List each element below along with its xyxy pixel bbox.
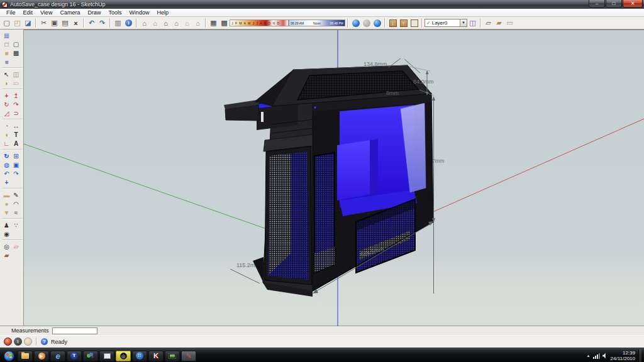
titlebar[interactable]: AutoSave_case design 16 - SketchUp – □ ✕ <box>0 0 644 9</box>
orbit-icon[interactable]: ↻ <box>2 151 11 160</box>
cut-icon[interactable]: ✂ <box>38 18 49 28</box>
geolocation-icon[interactable] <box>4 337 12 346</box>
start-button[interactable] <box>4 351 14 361</box>
make-component-icon[interactable]: ◫ <box>11 70 21 79</box>
model-canvas[interactable]: 115.2mm 529.7mm <box>24 30 644 326</box>
paste-icon[interactable]: ▤ <box>60 18 70 28</box>
hidden-icons-button[interactable]: ▲ <box>587 354 591 358</box>
get-models-icon[interactable]: ↓ <box>387 18 398 28</box>
volume-icon[interactable] <box>602 353 608 359</box>
next-icon[interactable]: ↷ <box>11 169 21 178</box>
section-cuts-icon[interactable]: ▰ <box>2 251 11 260</box>
eraser-icon[interactable]: ▭ <box>11 79 21 87</box>
close-button[interactable]: ✕ <box>623 0 643 8</box>
monochrome-icon[interactable]: ■ <box>2 57 11 66</box>
menu-edit[interactable]: Edit <box>19 9 37 16</box>
case-model[interactable] <box>224 65 433 297</box>
menu-draw[interactable]: Draw <box>84 9 104 16</box>
protractor-icon[interactable]: ◖ <box>2 130 11 139</box>
push-pull-icon[interactable]: ↥ <box>11 91 21 100</box>
shadow-time-slider[interactable]: 06:29 AM Noon 06:48 PM <box>289 19 345 26</box>
paint-bucket-icon[interactable]: ◗ <box>2 79 11 87</box>
text-icon[interactable]: T <box>11 130 21 139</box>
share-models-icon[interactable]: ↑ <box>398 18 409 28</box>
taskbar-remote-desktop[interactable] <box>165 351 180 361</box>
move-icon[interactable]: + <box>2 91 11 100</box>
credits-icon[interactable]: i <box>14 337 22 346</box>
delete-icon[interactable]: × <box>70 18 81 28</box>
view-top-icon[interactable]: ⌂ <box>150 18 160 28</box>
shadow-dialog-icon[interactable]: ▦ <box>208 18 219 28</box>
scale-icon[interactable]: ◿ <box>2 109 11 118</box>
hidden-line-icon[interactable]: ▢ <box>11 40 21 48</box>
look-around-icon[interactable]: ◉ <box>2 229 11 238</box>
select-icon[interactable]: ↖ <box>2 70 11 79</box>
view-back-icon[interactable]: ⌂ <box>182 18 192 28</box>
menu-tools[interactable]: Tools <box>104 9 125 16</box>
share-component-icon[interactable] <box>409 18 419 28</box>
taskbar-sketchup[interactable]: ✎ <box>181 351 196 361</box>
menu-window[interactable]: Window <box>125 9 153 16</box>
zoom-window-icon[interactable]: ▣ <box>11 160 21 169</box>
model-status-icon[interactable] <box>24 337 32 346</box>
taskbar-messenger[interactable]: × <box>83 351 98 361</box>
minimize-button[interactable]: – <box>589 0 605 8</box>
walk-icon[interactable]: ∵ <box>11 221 21 229</box>
place-model-icon[interactable] <box>372 18 382 28</box>
zoom-extents-icon[interactable]: + <box>2 178 11 187</box>
menu-camera[interactable]: Camera <box>56 9 84 16</box>
taskbar-kaspersky[interactable]: K <box>148 351 164 361</box>
menu-file[interactable]: File <box>3 9 19 16</box>
measurements-input[interactable] <box>52 327 97 334</box>
taskbar-teamspeak[interactable]: T <box>67 351 82 361</box>
circle-icon[interactable]: ● <box>2 199 11 208</box>
rectangle-icon[interactable]: ▬ <box>2 190 11 199</box>
shadow-date-slider[interactable]: J F M A M J J A S O N D <box>230 19 289 26</box>
dimensions-icon[interactable]: ↔ <box>11 121 21 130</box>
taskbar-notepad[interactable] <box>99 351 114 361</box>
view-front-icon[interactable]: ⌂ <box>160 18 171 28</box>
shaded-icon[interactable]: ■ <box>2 48 11 57</box>
previous-icon[interactable]: ↶ <box>2 169 11 178</box>
copy-icon[interactable]: ▣ <box>49 18 60 28</box>
print-icon[interactable]: ▥ <box>113 18 123 28</box>
shadow-toggle-icon[interactable]: ▩ <box>219 18 230 28</box>
taskbar-steam[interactable]: ◎ <box>116 351 131 361</box>
menu-help[interactable]: Help <box>153 9 172 16</box>
layer-dropdown[interactable]: ✓ Layer0 ▼ <box>425 19 467 27</box>
3d-text-icon[interactable]: A <box>11 139 21 148</box>
zoom-icon[interactable]: ◍ <box>2 160 11 169</box>
display-section-cuts-icon[interactable]: ▭ <box>504 18 515 28</box>
taskbar-app-blue[interactable]: ∷ <box>132 351 147 361</box>
pan-icon[interactable]: ⊞ <box>11 151 21 160</box>
section-plane-icon[interactable]: ▱ <box>483 18 494 28</box>
taskbar-media-player[interactable]: ▶ <box>34 351 49 361</box>
layer-manager-icon[interactable]: ◫ <box>467 18 478 28</box>
xray-icon[interactable]: ▦ <box>2 31 11 40</box>
menu-view[interactable]: View <box>36 9 56 16</box>
tray-clock[interactable]: 12:39 24/11/2010 <box>611 350 635 361</box>
help-icon[interactable]: ? <box>41 338 48 345</box>
new-icon[interactable]: ▢ <box>1 18 12 28</box>
taskbar-explorer[interactable] <box>18 351 33 361</box>
taskbar-internet-explorer[interactable]: e <box>50 351 65 361</box>
layer-dropdown-arrow[interactable]: ▼ <box>460 19 467 26</box>
follow-me-icon[interactable]: ↷ <box>11 100 21 109</box>
drawing-viewport[interactable]: 115.2mm 529.7mm <box>24 30 644 326</box>
view-iso-icon[interactable]: ⌂ <box>139 18 150 28</box>
undo-icon[interactable]: ↶ <box>86 18 97 28</box>
network-icon[interactable] <box>593 353 600 359</box>
redo-icon[interactable]: ↷ <box>97 18 108 28</box>
position-camera-icon[interactable]: ♟ <box>2 221 11 229</box>
view-right-icon[interactable]: ⌂ <box>171 18 182 28</box>
open-icon[interactable]: ◰ <box>12 18 23 28</box>
show-desktop-button[interactable] <box>638 349 641 362</box>
tape-measure-icon[interactable]: ◔ <box>2 121 11 130</box>
arc-icon[interactable]: ◠ <box>11 199 21 208</box>
model-info-icon[interactable]: i <box>123 18 134 28</box>
save-icon[interactable]: ◪ <box>23 18 33 28</box>
section-target-icon[interactable]: ◎ <box>2 242 11 251</box>
rotate-icon[interactable]: ↻ <box>2 100 11 109</box>
toggle-terrain-icon[interactable] <box>361 18 372 28</box>
section-plane-tool-icon[interactable]: ▱ <box>11 242 21 251</box>
